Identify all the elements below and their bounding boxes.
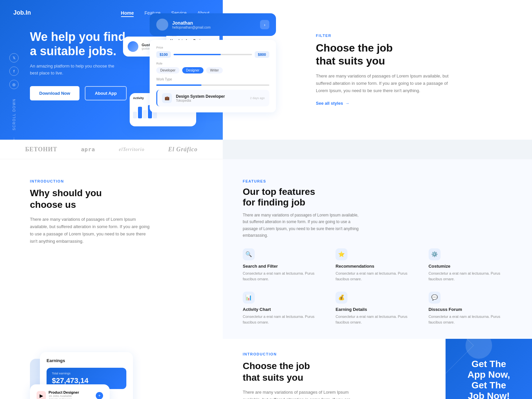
chevron-button[interactable]: › [260, 20, 269, 29]
role-developer[interactable]: Developer [156, 67, 180, 73]
brand-betonit: БЕТОНИТ [25, 146, 58, 153]
feature-search-name: Search and Filter [243, 264, 326, 269]
role-tags: Developer Designer Writer [156, 67, 269, 73]
filter-title: Choose the jobthat suits you [316, 42, 429, 67]
scroll-indicator: SCROLL DOWN [12, 98, 16, 130]
feature-act-name: Activity Chart [243, 307, 326, 312]
earnings-mockup: Earnings Total earnings $27,473,14 S M T… [30, 345, 136, 399]
earnings-header: Earnings [47, 358, 126, 363]
job-subtitle: Tokopedia [176, 99, 225, 102]
feature-forum-name: Disscuss Forum [429, 307, 512, 312]
price-slider[interactable] [174, 54, 252, 55]
filter-label: FILTER [316, 34, 505, 38]
product-title: Product Designer [49, 390, 79, 394]
jonathan-section: Jonathan hellojonathan@gmail.com › Price… [150, 13, 276, 112]
intro-desc: There are many variations of passages of… [30, 216, 150, 245]
brand-territorio: elTerritorio [119, 147, 145, 152]
twitter-icon[interactable]: 𝕏 [9, 53, 19, 63]
feature-rec-name: Recommendations [335, 264, 419, 269]
social-links: 𝕏 f ◎ SCROLL DOWN ↓ [9, 53, 19, 141]
brands-bar: БЕТОНИТ apra elTerritorio El Gráfico [0, 140, 223, 159]
brand-apra: apra [81, 146, 95, 153]
feature-cust-desc: Consectetur a erat nam at lectusurna. Pu… [429, 271, 512, 282]
feature-search-desc: Consectetur a erat nam at lectusurna. Pu… [243, 271, 326, 282]
earnings-amount: $27,473,14 [52, 376, 121, 385]
job-item: 💼 Design System Developer Tokopedia 2 da… [156, 90, 269, 106]
choose-label: INTRODUCTION [243, 352, 432, 356]
intro-label: INTRODUCTION [30, 179, 209, 183]
feature-act-desc: Consectetur a erat nam at lectusurna. Pu… [243, 314, 326, 326]
feature-activity: 📊 Activity Chart Consectetur a erat nam … [243, 292, 326, 326]
scroll-arrow: ↓ [13, 136, 15, 141]
choose-title: Choose the jobthat suits you [243, 360, 432, 383]
feature-recommendations: ⭐ Recommendations Consectetur a erat nam… [335, 248, 419, 282]
earning-icon: 💰 [335, 292, 347, 304]
forum-icon: 💬 [429, 292, 441, 304]
brand-grafico: El Gráfico [168, 146, 198, 153]
filter-content: FILTER Choose the jobthat suits you Ther… [316, 34, 505, 106]
feature-cust-name: Costumize [429, 264, 512, 269]
features-title: Our top features for finding job [243, 187, 512, 208]
jonathan-avatar [156, 19, 168, 31]
add-job-button[interactable]: + [96, 392, 103, 399]
feature-forum-desc: Consectetur a erat nam at lectusurna. Pu… [429, 314, 512, 326]
activity-chart-icon: 📊 [243, 292, 255, 304]
features-grid: 🔍 Search and Filter Consectetur a erat n… [243, 248, 512, 326]
jonathan-name: Jonathan [172, 20, 210, 26]
choose-desc: There are many variations of passages of… [243, 389, 356, 399]
hero-subtitle: An amazing platform to help you choose t… [30, 63, 123, 77]
cta-title: Get The App Now, Get The Job Now! [466, 359, 512, 399]
jonathan-email: hellojonathan@gmail.com [172, 26, 210, 29]
price-range: $100 $800 [156, 51, 269, 58]
search-filter-icon: 🔍 [243, 248, 255, 260]
feature-forum: 💬 Disscuss Forum Consectetur a erat nam … [429, 292, 512, 326]
see-all-link[interactable]: See all styles → [316, 101, 349, 106]
work-type-bar [156, 84, 269, 86]
feature-earn-desc: Consectetur a erat nam at lectusurna. Pu… [335, 314, 419, 326]
instagram-icon[interactable]: ◎ [9, 80, 19, 89]
cta-section: Get The App Now, Get The Job Now! The pl… [446, 339, 532, 399]
job-title: Design System Developer [176, 94, 225, 99]
features-section: FEATURES Our top features for finding jo… [223, 159, 532, 339]
recommendations-icon: ⭐ [335, 248, 347, 260]
earnings-total-label: Total earnings [52, 372, 121, 375]
feature-earn-name: Earning Details [335, 307, 419, 312]
job-detail-card: Price $100 $800 Role Developer Designer … [150, 40, 276, 112]
price-label: Price [156, 46, 269, 49]
role-writer[interactable]: Writer [206, 67, 223, 73]
features-desc: There are many variations of passages of… [243, 212, 362, 239]
filter-panel: Jonathan hellojonathan@gmail.com › Price… [223, 0, 532, 140]
logo: Job.In [13, 9, 31, 16]
yt-icon: ▶ [37, 391, 46, 399]
earnings-job-card: ▶ Product Designer 16 Jobs Available Jak… [30, 384, 110, 399]
product-loc: Jakarta Indonesia [49, 398, 79, 399]
features-label: FEATURES [243, 179, 512, 183]
download-now-button[interactable]: Download Now [30, 86, 79, 100]
facebook-icon[interactable]: f [9, 66, 19, 76]
jonathan-card: Jonathan hellojonathan@gmail.com › [150, 13, 276, 36]
intro-title: Why should youchoose us [30, 187, 209, 210]
introduction-section: INTRODUCTION Why should youchoose us The… [0, 159, 223, 258]
role-label: Role [156, 62, 269, 65]
role-designer[interactable]: Designer [182, 67, 203, 73]
job-time: 2 days ago [250, 96, 265, 100]
avatar [128, 41, 138, 52]
choose-section: INTRODUCTION Choose the jobthat suits yo… [223, 332, 446, 399]
feature-customize: ⚙️ Costumize Consectetur a erat nam at l… [429, 248, 512, 282]
feature-rec-desc: Consectetur a erat nam at lectusurna. Pu… [335, 271, 419, 282]
product-sub: 16 Jobs Available [49, 394, 79, 398]
job-icon: 💼 [162, 93, 172, 103]
work-type-label: Work Type [156, 77, 269, 81]
earnings-section: Earnings Total earnings $27,473,14 S M T… [0, 339, 223, 399]
feature-earning: 💰 Earning Details Consectetur a erat nam… [335, 292, 419, 326]
filter-desc: There are many variations of passages of… [316, 72, 449, 94]
feature-search: 🔍 Search and Filter Consectetur a erat n… [243, 248, 326, 282]
customize-icon: ⚙️ [429, 248, 441, 260]
nav-home[interactable]: Home [121, 10, 134, 16]
